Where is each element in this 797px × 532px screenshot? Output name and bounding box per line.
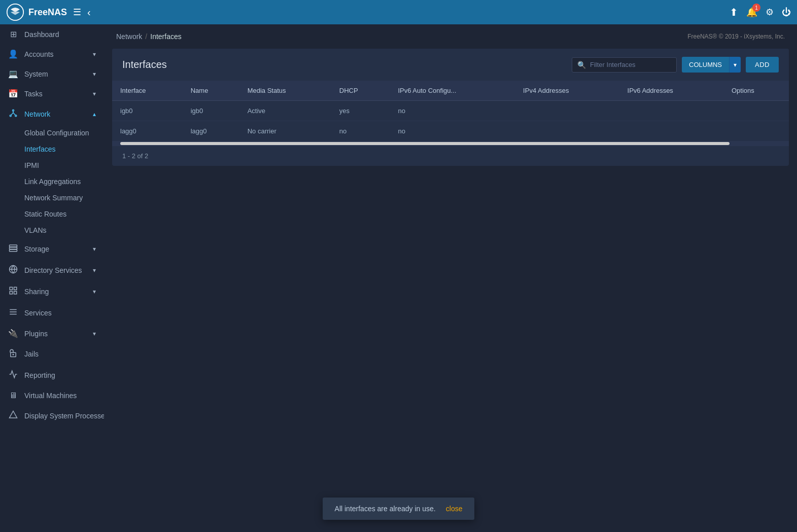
sidebar-item-accounts[interactable]: 👤 Accounts ▾: [0, 44, 104, 64]
sharing-arrow: ▾: [93, 288, 96, 295]
sidebar-label-services: Services: [24, 309, 96, 317]
sidebar-item-ipmi[interactable]: IPMI: [24, 157, 104, 173]
notification-badge: 1: [752, 4, 760, 12]
col-ipv6-auto: IPv6 Auto Configu...: [390, 81, 515, 101]
cell-interface-2: lagg0: [112, 121, 183, 141]
sidebar-item-directory-services[interactable]: Directory Services ▾: [0, 260, 104, 281]
cell-ipv6-auto-1: no: [390, 101, 515, 121]
columns-dropdown-button[interactable]: ▾: [729, 57, 741, 73]
svg-rect-9: [14, 287, 17, 290]
svg-rect-8: [10, 287, 12, 290]
table-row[interactable]: igb0 igb0 Active yes no: [112, 101, 789, 121]
add-button[interactable]: ADD: [746, 57, 779, 73]
sidebar-item-dashboard[interactable]: ⊞ Dashboard: [0, 24, 104, 44]
svg-point-16: [13, 354, 14, 355]
sidebar-label-display-system: Display System Processes: [24, 412, 104, 420]
table-scrollbar-row: [112, 141, 789, 146]
breadcrumb-parent[interactable]: Network: [116, 32, 142, 41]
cell-dhcp-2: no: [331, 121, 390, 141]
cell-dhcp-1: yes: [331, 101, 390, 121]
sidebar-label-tasks: Tasks: [24, 90, 87, 98]
svg-rect-4: [10, 245, 17, 247]
sidebar-item-network[interactable]: Network ▴: [0, 103, 104, 125]
svg-rect-5: [10, 247, 17, 250]
cell-options-2: [723, 121, 789, 141]
sidebar-item-reporting[interactable]: Reporting: [0, 365, 104, 386]
sidebar-item-system[interactable]: 💻 System ▾: [0, 64, 104, 84]
table-row[interactable]: lagg0 lagg0 No carrier no no: [112, 121, 789, 141]
tasks-icon: 📅: [8, 89, 18, 98]
sidebar-item-storage[interactable]: Storage ▾: [0, 238, 104, 260]
sidebar-label-sharing: Sharing: [24, 288, 87, 296]
notifications-icon[interactable]: 🔔 1: [746, 7, 757, 18]
jails-icon: [8, 348, 18, 360]
cell-options-1: [723, 101, 789, 121]
sharing-icon: [8, 286, 18, 297]
sidebar-item-plugins[interactable]: 🔌 Plugins ▾: [0, 324, 104, 343]
settings-icon[interactable]: ⚙: [766, 7, 774, 18]
sidebar-item-vlans[interactable]: VLANs: [24, 222, 104, 238]
sidebar-item-jails[interactable]: Jails: [0, 343, 104, 365]
menu-toggle-button[interactable]: ☰: [73, 7, 81, 18]
power-icon[interactable]: ⏻: [782, 7, 791, 18]
accounts-icon: 👤: [8, 49, 18, 59]
sidebar-item-sharing[interactable]: Sharing ▾: [0, 281, 104, 302]
sidebar-label-system: System: [24, 70, 87, 78]
snackbar-message: All interfaces are already in use.: [335, 505, 436, 513]
col-ipv6-addresses: IPv6 Addresses: [619, 81, 723, 101]
cell-name-2: lagg0: [183, 121, 239, 141]
back-button[interactable]: ‹: [87, 7, 91, 18]
snackbar-close-button[interactable]: close: [446, 505, 463, 513]
sidebar-item-static-routes[interactable]: Static Routes: [24, 206, 104, 222]
sidebar-item-tasks[interactable]: 📅 Tasks ▾: [0, 84, 104, 103]
cell-ipv6-2: [619, 121, 723, 141]
services-icon: [8, 307, 18, 318]
cell-ipv6-1: [619, 101, 723, 121]
plugins-icon: 🔌: [8, 329, 18, 338]
table-header-row: Interface Name Media Status DHCP IPv6 Au…: [112, 81, 789, 101]
main-layout: ⊞ Dashboard 👤 Accounts ▾ 💻 System ▾ 📅 Ta…: [0, 24, 797, 532]
sidebar-item-global-config[interactable]: Global Configuration: [24, 125, 104, 141]
col-dhcp: DHCP: [331, 81, 390, 101]
filter-input[interactable]: [590, 61, 671, 68]
logo-icon: [6, 3, 24, 21]
horizontal-scrollbar[interactable]: [120, 142, 730, 145]
svg-point-3: [15, 115, 17, 117]
sidebar-label-jails: Jails: [24, 350, 96, 358]
network-arrow: ▴: [93, 111, 96, 118]
system-arrow: ▾: [93, 70, 96, 78]
columns-button[interactable]: COLUMNS: [682, 57, 729, 73]
sidebar-item-display-system[interactable]: Display System Processes: [0, 405, 104, 427]
cell-ipv4-2: [515, 121, 619, 141]
plugins-arrow: ▾: [93, 330, 96, 337]
interfaces-card: Interfaces 🔍 COLUMNS ▾ ADD: [112, 49, 789, 166]
virtual-machines-icon: 🖥: [8, 391, 18, 400]
sidebar-item-link-aggregations[interactable]: Link Aggregations: [24, 173, 104, 190]
display-system-icon: [8, 410, 18, 421]
filter-box: 🔍: [572, 57, 677, 73]
svg-marker-17: [10, 411, 17, 418]
sidebar-item-services[interactable]: Services: [0, 302, 104, 324]
sidebar-item-interfaces[interactable]: Interfaces: [24, 141, 104, 157]
breadcrumb-separator: /: [145, 32, 147, 41]
tasks-arrow: ▾: [93, 90, 96, 97]
app-logo: FreeNAS: [6, 3, 67, 21]
sidebar-label-network: Network: [24, 110, 87, 118]
table-body: igb0 igb0 Active yes no lagg0 la: [112, 101, 789, 146]
sidebar-item-network-summary[interactable]: Network Summary: [24, 190, 104, 206]
upload-icon[interactable]: ⬆: [730, 6, 738, 18]
cell-media-status-1: Active: [239, 101, 331, 121]
breadcrumb: Network / Interfaces FreeNAS® © 2019 - i…: [104, 24, 797, 45]
sidebar-label-reporting: Reporting: [24, 371, 96, 379]
sidebar-item-virtual-machines[interactable]: 🖥 Virtual Machines: [0, 386, 104, 405]
pagination-text: 1 - 2 of 2: [122, 152, 148, 160]
accounts-arrow: ▾: [93, 51, 96, 58]
svg-rect-11: [10, 292, 12, 294]
breadcrumb-left: Network / Interfaces: [116, 32, 182, 41]
cell-ipv4-1: [515, 101, 619, 121]
svg-rect-10: [14, 292, 17, 294]
storage-icon: [8, 243, 18, 255]
sidebar-label-dashboard: Dashboard: [24, 30, 96, 39]
cell-media-status-2: No carrier: [239, 121, 331, 141]
scrollbar-cell: [112, 141, 789, 146]
